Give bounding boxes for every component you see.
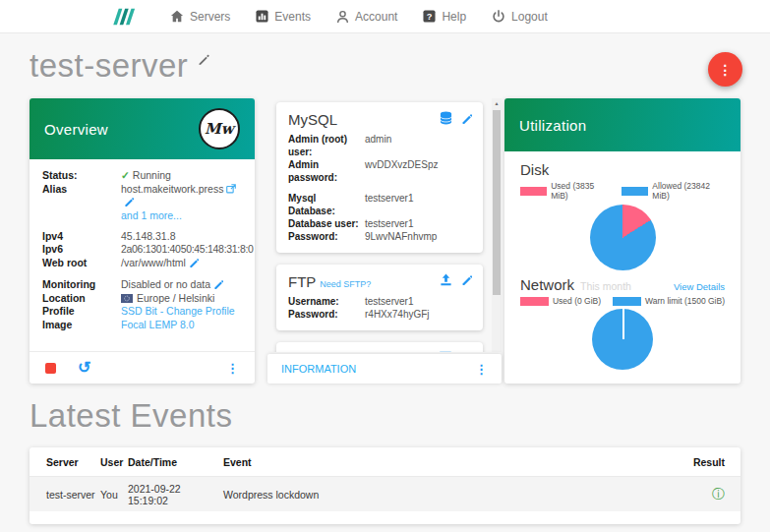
- network-legend-warn[interactable]: Warn limit (1500 GiB): [613, 296, 725, 306]
- network-legend: Used (0 GiB) Warn limit (1500 GiB): [520, 296, 725, 306]
- disk-heading: Disk: [520, 161, 725, 178]
- services-menu-button[interactable]: ⋮: [475, 362, 488, 377]
- edit-shell-icon[interactable]: [461, 351, 472, 352]
- power-icon: [492, 10, 505, 24]
- nav-servers[interactable]: Servers: [157, 0, 243, 32]
- result-info-icon[interactable]: ⓘ: [681, 486, 725, 503]
- server-name: test-server: [30, 49, 188, 83]
- ipv6-value: 2a06:1301:4050:45:148:31:8:0: [121, 243, 254, 257]
- nav-logout[interactable]: Logout: [479, 0, 561, 32]
- monitoring-value: Disabled or no data: [121, 278, 223, 292]
- network-legend-used[interactable]: Used (0 GiB): [520, 296, 601, 306]
- profile-link[interactable]: SSD Bit - Change Profile: [121, 305, 235, 319]
- person-icon: [336, 10, 349, 24]
- edit-title-icon[interactable]: [197, 53, 209, 66]
- spacer: [288, 184, 471, 192]
- nav-events-label: Events: [274, 10, 311, 24]
- col-event: Event: [223, 456, 681, 468]
- shell-actions: [439, 351, 472, 352]
- provider-monogram: Mw: [205, 120, 234, 138]
- alias-value: host.makeitwork.press: [121, 183, 242, 209]
- nav-help[interactable]: ? Help: [410, 0, 479, 32]
- network-subtitle: This month: [580, 280, 631, 292]
- question-icon: ?: [423, 10, 436, 23]
- ftp-row: Password:r4HXx74hyGFj: [288, 308, 471, 321]
- event-row[interactable]: test-server You 2021-09-22 15:19:02 Word…: [30, 477, 740, 511]
- mysql-row: Password:9LwvNAFnhvmp: [288, 230, 471, 243]
- need-sftp-link[interactable]: Need SFTP?: [320, 279, 371, 289]
- top-navbar: Servers Events Account ? Help Logout: [0, 0, 770, 33]
- services-scrollbar[interactable]: ▲: [492, 98, 502, 352]
- edit-webroot-icon[interactable]: [189, 258, 199, 267]
- external-link-icon[interactable]: [226, 184, 236, 194]
- keyboard-icon[interactable]: [439, 351, 452, 352]
- services-scroll-area: MySQL Admin (root) user:admin Admin pass…: [269, 98, 490, 352]
- stop-server-button[interactable]: [45, 363, 56, 374]
- edit-monitoring-icon[interactable]: [213, 279, 223, 289]
- network-heading-row: Network This month View Details: [520, 276, 725, 293]
- overview-title: Overview: [44, 121, 108, 138]
- shell-card: Shell Sudo user:admin Password:c3vTQ4CSj…: [276, 342, 483, 352]
- nav-servers-label: Servers: [190, 10, 230, 24]
- image-row: Image Focal LEMP 8.0: [42, 319, 242, 332]
- disk-legend-allowed[interactable]: Allowed (23842 MiB): [622, 181, 725, 201]
- utilization-card: Utilization Disk Used (3835 MiB) Allowed…: [504, 98, 740, 384]
- edit-ftp-icon[interactable]: [461, 274, 472, 285]
- mysql-row: Admin password:wvDDXvzDESpz: [288, 158, 471, 184]
- home-icon: [170, 10, 184, 23]
- overview-header: Overview Mw: [30, 98, 255, 159]
- spacer: [42, 269, 242, 278]
- network-pie-chart: [592, 309, 653, 370]
- svg-text:?: ?: [427, 12, 433, 22]
- edit-mysql-icon[interactable]: [461, 113, 472, 124]
- scrollbar-thumb[interactable]: [493, 110, 501, 295]
- spacer: [42, 221, 242, 230]
- edit-alias-icon[interactable]: [124, 197, 134, 207]
- disk-legend: Used (3835 MiB) Allowed (23842 MiB): [520, 181, 725, 201]
- overview-menu-button[interactable]: ⋮: [226, 361, 239, 376]
- events-table-header: Server User Date/Time Event Result: [30, 447, 740, 477]
- utilization-body: Disk Used (3835 MiB) Allowed (23842 MiB)…: [504, 151, 740, 370]
- ftp-card: FTP Need SFTP? Username:testserver1 Pass…: [276, 265, 483, 330]
- database-icon[interactable]: [440, 111, 452, 125]
- ipv6-row: Ipv6 2a06:1301:4050:45:148:31:8:0: [42, 243, 242, 257]
- image-link[interactable]: Focal LEMP 8.0: [121, 319, 195, 332]
- app-logo[interactable]: [110, 7, 142, 27]
- location-value: Europe / Helsinki: [121, 292, 214, 306]
- bar-chart-icon: [256, 10, 268, 23]
- event-name: Wordpress lockdown: [223, 489, 681, 501]
- pink-swatch: [520, 187, 547, 196]
- nav-account[interactable]: Account: [324, 0, 410, 32]
- restart-server-button[interactable]: ↺: [78, 360, 90, 376]
- services-footer: INFORMATION ⋮: [267, 354, 502, 384]
- event-datetime: 2021-09-22 15:19:02: [128, 483, 223, 506]
- col-server: Server: [46, 456, 100, 468]
- alias-row: Alias host.makeitwork.press: [42, 183, 242, 209]
- provider-logo-badge: Mw: [199, 108, 240, 149]
- server-actions-fab[interactable]: ⋮: [708, 52, 742, 87]
- view-details-link[interactable]: View Details: [674, 281, 725, 292]
- information-link[interactable]: INFORMATION: [281, 363, 356, 375]
- alias-more-link[interactable]: and 1 more...: [121, 209, 242, 221]
- page-title: test-server: [30, 49, 209, 83]
- location-row: Location Europe / Helsinki: [42, 292, 242, 306]
- ftp-row: Username:testserver1: [288, 295, 471, 308]
- network-heading: Network: [520, 276, 574, 293]
- mysql-row: Mysql Database:testserver1: [288, 192, 471, 217]
- disk-pie-chart: [590, 205, 656, 270]
- webroot-row: Web root /var/www/html: [42, 257, 242, 270]
- disk-legend-used[interactable]: Used (3835 MiB): [520, 181, 610, 201]
- nav-events[interactable]: Events: [243, 0, 324, 32]
- blue-swatch: [613, 297, 641, 306]
- mysql-row: Database user:testserver1: [288, 217, 471, 230]
- services-column: MySQL Admin (root) user:admin Admin pass…: [267, 98, 502, 384]
- col-result: Result: [681, 456, 725, 468]
- mysql-row: Admin (root) user:admin: [288, 133, 471, 158]
- col-datetime: Date/Time: [128, 456, 223, 468]
- scrollbar-up-arrow[interactable]: ▲: [492, 98, 502, 108]
- w-logo-icon: [110, 7, 142, 27]
- webroot-value: /var/www/html: [121, 257, 199, 270]
- pink-swatch: [520, 297, 549, 306]
- check-icon: ✓: [121, 169, 130, 181]
- upload-icon[interactable]: [440, 273, 452, 286]
